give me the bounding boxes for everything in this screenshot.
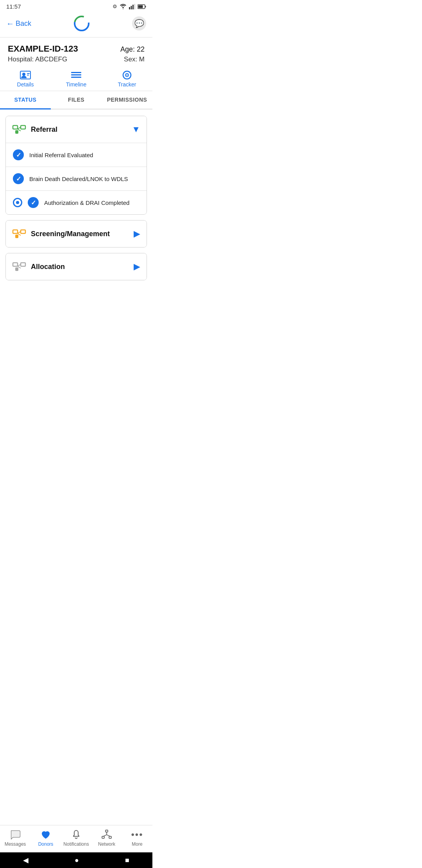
back-button[interactable]: ← Back <box>6 19 31 28</box>
patient-row2: Hospital: ABCDEFG Sex: M <box>8 56 145 63</box>
svg-rect-15 <box>71 77 81 78</box>
referral-stage-icon <box>12 122 26 136</box>
svg-rect-24 <box>13 230 18 233</box>
stage-referral-header[interactable]: Referral ▼ <box>6 116 147 143</box>
svg-rect-31 <box>15 267 18 271</box>
referral-chevron-icon: ▼ <box>132 124 140 135</box>
status-time: 11:57 <box>6 3 21 10</box>
tab-tracker[interactable]: Tracker <box>102 70 152 91</box>
screening-chevron-icon: ▶ <box>134 229 140 239</box>
stage-referral: Referral ▼ Initial Referral Evaluated Br… <box>5 116 147 215</box>
referral-item-1: Initial Referral Evaluated <box>6 143 147 167</box>
allocation-stage-icon <box>12 260 26 274</box>
back-label: Back <box>16 20 31 28</box>
svg-rect-20 <box>21 126 25 129</box>
settings-icon: ⚙ <box>113 4 117 9</box>
svg-rect-5 <box>138 5 143 8</box>
sub-tab-status[interactable]: STATUS <box>0 91 51 109</box>
back-arrow-icon: ← <box>6 19 14 28</box>
svg-point-10 <box>22 73 25 76</box>
stage-screening-header[interactable]: Screening/Management ▶ <box>6 221 147 247</box>
check-icon-1 <box>13 149 24 160</box>
svg-rect-29 <box>13 263 18 266</box>
screening-stage-icon <box>12 227 26 241</box>
svg-point-18 <box>127 75 128 76</box>
svg-rect-30 <box>21 263 25 266</box>
status-bar: 11:57 ⚙ <box>0 0 152 11</box>
svg-rect-11 <box>27 73 30 74</box>
stage-screening-header-left: Screening/Management <box>12 227 110 241</box>
sub-tab-files[interactable]: FILES <box>51 91 102 109</box>
sub-tab-permissions[interactable]: PERMISSIONS <box>102 91 152 109</box>
check-icon-2 <box>13 173 24 184</box>
app-logo <box>73 14 91 32</box>
timeline-tab-label: Timeline <box>66 81 86 88</box>
stage-screening-title: Screening/Management <box>31 230 110 238</box>
battery-icon <box>138 4 146 9</box>
svg-rect-14 <box>71 74 81 75</box>
stage-allocation-title: Allocation <box>31 263 65 271</box>
details-icon <box>20 70 31 80</box>
signal-icon <box>129 4 135 9</box>
top-tabs: Details Timeline Tracker <box>0 66 152 91</box>
svg-rect-21 <box>15 130 18 134</box>
referral-item-1-text: Initial Referral Evaluated <box>29 152 93 158</box>
tab-details[interactable]: Details <box>0 70 51 91</box>
sub-tabs: STATUS FILES PERMISSIONS <box>0 91 152 109</box>
status-icons: ⚙ <box>113 4 146 9</box>
patient-id: EXAMPLE-ID-123 <box>8 44 78 54</box>
stage-allocation-header[interactable]: Allocation ▶ <box>6 253 147 280</box>
stage-referral-header-left: Referral <box>12 122 57 136</box>
svg-rect-3 <box>134 4 136 9</box>
check-icon-3 <box>28 197 39 208</box>
tracker-dot-icon <box>13 198 22 207</box>
patient-info-section: EXAMPLE-ID-123 Age: 22 Hospital: ABCDEFG… <box>0 38 152 66</box>
svg-rect-0 <box>129 7 130 9</box>
referral-item-3: Authorization & DRAI Completed <box>6 190 147 214</box>
content-area: Referral ▼ Initial Referral Evaluated Br… <box>0 109 152 287</box>
stage-allocation: Allocation ▶ <box>5 253 147 280</box>
patient-age: Age: 22 <box>120 45 145 54</box>
svg-rect-13 <box>71 72 81 73</box>
svg-rect-12 <box>27 75 29 75</box>
patient-row1: EXAMPLE-ID-123 Age: 22 <box>8 44 145 54</box>
referral-item-2-text: Brain Death Declared/LNOK to WDLS <box>29 176 128 182</box>
svg-rect-19 <box>13 126 18 129</box>
stage-allocation-header-left: Allocation <box>12 260 65 274</box>
svg-rect-1 <box>131 6 132 9</box>
timeline-icon <box>70 70 82 80</box>
tracker-tab-label: Tracker <box>118 81 136 88</box>
svg-rect-2 <box>132 5 134 9</box>
tracker-icon <box>121 70 133 80</box>
referral-item-2: Brain Death Declared/LNOK to WDLS <box>6 167 147 190</box>
svg-rect-6 <box>145 6 146 7</box>
patient-hospital: Hospital: ABCDEFG <box>8 56 67 63</box>
referral-item-3-text: Authorization & DRAI Completed <box>44 199 129 206</box>
wifi-icon <box>120 4 127 9</box>
stage-referral-title: Referral <box>31 126 57 134</box>
logo-ring-icon <box>73 14 91 32</box>
details-tab-label: Details <box>17 81 34 88</box>
chat-button[interactable]: 💬 <box>132 16 146 30</box>
svg-rect-25 <box>21 230 25 233</box>
allocation-chevron-icon: ▶ <box>134 262 140 272</box>
patient-sex: Sex: M <box>124 56 145 63</box>
tab-timeline[interactable]: Timeline <box>51 70 102 91</box>
stage-screening: Screening/Management ▶ <box>5 220 147 247</box>
chat-icon: 💬 <box>134 19 144 28</box>
top-nav: ← Back 💬 <box>0 11 152 37</box>
svg-rect-26 <box>15 235 18 238</box>
